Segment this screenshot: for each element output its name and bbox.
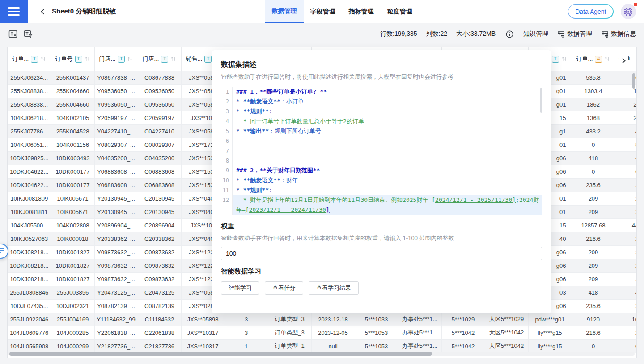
table-cell: 2 xyxy=(615,205,637,218)
editor-line[interactable]: 6 xyxy=(221,136,542,146)
description-code-editor[interactable]: 1### 1．**哪些订单是小订单? **2* **触发语义**：小订单3* *… xyxy=(221,87,542,215)
editor-line[interactable]: 2* **触发语义**：小订单 xyxy=(221,97,542,107)
table-cell: C20130945 xyxy=(138,192,181,205)
sort-icon[interactable] xyxy=(561,56,567,62)
table-cell: 255J003856 xyxy=(51,286,94,299)
table-cell: 104J000299 xyxy=(51,339,94,353)
table-cell: C08677838 xyxy=(138,71,181,84)
table-cell: 4 xyxy=(615,286,637,299)
line-number: 12 xyxy=(221,195,233,215)
table-cell: 10DK003493 xyxy=(51,151,94,165)
editor-line[interactable]: 4 * 同一订单号下订单数量汇总小于等于2的订单 xyxy=(221,116,542,126)
editor-line[interactable]: 10* **触发语义**：财年 xyxy=(221,176,542,185)
database-gear-icon xyxy=(557,30,565,38)
hamburger-menu-button[interactable] xyxy=(0,0,28,23)
table-cell: Y09873632_... xyxy=(94,245,138,259)
line-content: * **触发语义**：小订单 xyxy=(233,97,542,107)
editor-line[interactable]: 7--- xyxy=(221,146,542,156)
table-cell: Y20130945_... xyxy=(94,205,138,218)
back-button[interactable] xyxy=(38,6,48,17)
table-cell: 4 xyxy=(615,151,637,165)
table-cell: 10DK001827 xyxy=(51,259,94,272)
table-cell: Y20338362_... xyxy=(94,232,138,245)
knowledge-management-button[interactable]: 知识管理 xyxy=(523,30,548,38)
field-filter-button[interactable] xyxy=(23,29,33,39)
table-cell: 255J004169 xyxy=(51,313,94,326)
field-name-toggle-button[interactable] xyxy=(8,29,18,39)
tab-field-management[interactable]: 字段管理 xyxy=(304,0,342,23)
data-info-button[interactable]: 数据信息 xyxy=(601,30,636,38)
table-cell: 0 xyxy=(572,339,615,353)
table-cell: 10DKJ08218... xyxy=(8,272,51,286)
horizontal-scrollbar[interactable] xyxy=(9,352,432,356)
sort-icon[interactable] xyxy=(604,56,610,62)
column-header[interactable]: 订单...T xyxy=(8,47,51,71)
table-cell: 订单类型_1 xyxy=(268,339,311,353)
table-cell: 2 xyxy=(615,245,637,259)
editor-line[interactable]: 9### 2．**关于财年日期范围** xyxy=(221,166,542,176)
table-cell: C08782139 xyxy=(138,299,181,313)
line-number: 6 xyxy=(221,136,233,146)
expand-columns-button[interactable] xyxy=(619,56,628,65)
line-number: 9 xyxy=(221,166,233,176)
table-cell: Y08677838_... xyxy=(94,71,138,84)
table-cell: 2 xyxy=(615,326,637,339)
data-agent-button[interactable]: Data Agent xyxy=(568,4,614,19)
line-content: ### 2．**关于财年日期范围** xyxy=(233,166,542,176)
tab-metric-management[interactable]: 指标管理 xyxy=(342,0,381,23)
view-results-button[interactable]: 查看学习结果 xyxy=(309,281,359,295)
vertical-scrollbar[interactable] xyxy=(632,73,635,89)
column-header[interactable]: 订单号T xyxy=(51,47,94,71)
line-number: 1 xyxy=(221,87,233,97)
editor-line[interactable]: 3* **规则**: xyxy=(221,107,542,116)
column-header[interactable]: 门店...T xyxy=(138,47,181,71)
column-header[interactable]: 门店...T xyxy=(94,47,138,71)
sort-icon[interactable] xyxy=(170,56,176,62)
tab-granularity-management[interactable]: 粒度管理 xyxy=(381,0,419,23)
sort-icon[interactable] xyxy=(40,56,46,62)
column-label: 销售... xyxy=(186,55,203,63)
tab-data-management[interactable]: 数据管理 xyxy=(265,0,304,23)
table-cell: 209 xyxy=(572,272,615,286)
table-cell: C06883608 xyxy=(138,178,181,192)
editor-line[interactable]: 1### 1．**哪些订单是小订单? ** xyxy=(221,87,542,97)
table-cell: pdw****g01 xyxy=(528,313,572,326)
dataset-description-hint: 智能查数助手在进行回答时，将使用此描述进行相关度搜索，大模型在回复时也会进行参考 xyxy=(221,73,542,81)
sort-icon[interactable] xyxy=(85,56,90,62)
column-header[interactable]: 订单...# xyxy=(572,47,615,71)
database-info-icon xyxy=(601,30,609,38)
text-type-icon: T xyxy=(118,56,125,63)
table-cell: 订单类型_3 xyxy=(268,313,311,326)
sort-icon[interactable] xyxy=(127,56,133,62)
weight-input[interactable] xyxy=(221,247,542,260)
table-cell: 10DJL07435... xyxy=(8,299,51,313)
table-cell: 10IK000018 xyxy=(51,232,94,245)
editor-line[interactable]: 5* **输出**：规则下所有订单号 xyxy=(221,126,542,136)
table-cell: 418 xyxy=(572,151,615,165)
smart-learn-button[interactable]: 智能学习 xyxy=(221,281,259,295)
table-cell: 10IKJ0081811 xyxy=(8,205,51,218)
info-icon[interactable] xyxy=(504,29,514,39)
view-tasks-button[interactable]: 查看任务 xyxy=(265,281,303,295)
editor-line[interactable]: 8 xyxy=(221,156,542,166)
table-row: 255JL0922046255J004169Y11184632_99C11184… xyxy=(8,313,637,326)
table-cell: 10DKJ04622... xyxy=(8,178,51,192)
table-cell: Y22061838_... xyxy=(94,326,138,339)
data-management-button[interactable]: 数据管理 xyxy=(557,30,592,38)
editor-scrollbar[interactable] xyxy=(540,88,542,113)
table-cell: 104KJ06218... xyxy=(8,111,51,124)
table-cell: 433.2 xyxy=(572,124,615,138)
table-cell: 255K004528 xyxy=(51,124,94,138)
table-cell: 20 xyxy=(615,98,637,111)
editor-line[interactable]: 12 * 财年是指上年的12月1日开始到本年的11月30日结束。例如2025财年… xyxy=(221,195,542,215)
text-type-icon: T xyxy=(75,56,82,63)
avatar[interactable] xyxy=(621,4,636,19)
table-cell: 办事处5***1... xyxy=(398,313,441,326)
editor-line[interactable]: 11* **规则**: xyxy=(221,185,542,195)
horizontal-scrollbar-track xyxy=(8,352,635,356)
text-type-icon: T xyxy=(552,56,559,63)
table-cell: 办事处5***1... xyxy=(398,326,441,339)
table-cell: JXS**10317 xyxy=(181,339,225,353)
table-cell: C20473125 xyxy=(138,286,181,299)
table-cell: 5***1053 xyxy=(355,326,398,339)
